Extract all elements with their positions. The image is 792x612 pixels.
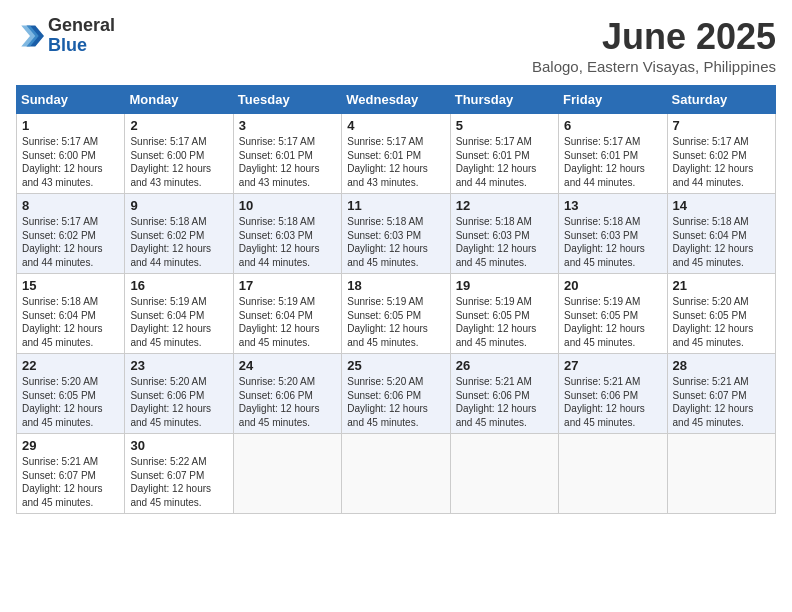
day-info: Sunrise: 5:20 AM Sunset: 6:06 PM Dayligh…	[239, 375, 336, 429]
day-number: 12	[456, 198, 553, 213]
calendar-week-row: 15Sunrise: 5:18 AM Sunset: 6:04 PM Dayli…	[17, 274, 776, 354]
day-number: 22	[22, 358, 119, 373]
day-number: 2	[130, 118, 227, 133]
day-info: Sunrise: 5:20 AM Sunset: 6:05 PM Dayligh…	[22, 375, 119, 429]
calendar-cell: 27Sunrise: 5:21 AM Sunset: 6:06 PM Dayli…	[559, 354, 667, 434]
day-number: 5	[456, 118, 553, 133]
day-number: 9	[130, 198, 227, 213]
calendar-cell: 9Sunrise: 5:18 AM Sunset: 6:02 PM Daylig…	[125, 194, 233, 274]
calendar-cell: 12Sunrise: 5:18 AM Sunset: 6:03 PM Dayli…	[450, 194, 558, 274]
title-area: June 2025 Balogo, Eastern Visayas, Phili…	[532, 16, 776, 75]
day-info: Sunrise: 5:20 AM Sunset: 6:05 PM Dayligh…	[673, 295, 770, 349]
col-monday: Monday	[125, 86, 233, 114]
day-number: 15	[22, 278, 119, 293]
day-number: 6	[564, 118, 661, 133]
logo-general: General	[48, 16, 115, 36]
day-info: Sunrise: 5:18 AM Sunset: 6:03 PM Dayligh…	[456, 215, 553, 269]
day-info: Sunrise: 5:21 AM Sunset: 6:06 PM Dayligh…	[564, 375, 661, 429]
day-number: 16	[130, 278, 227, 293]
calendar-week-row: 8Sunrise: 5:17 AM Sunset: 6:02 PM Daylig…	[17, 194, 776, 274]
day-number: 30	[130, 438, 227, 453]
calendar-table: Sunday Monday Tuesday Wednesday Thursday…	[16, 85, 776, 514]
day-info: Sunrise: 5:17 AM Sunset: 6:01 PM Dayligh…	[456, 135, 553, 189]
day-info: Sunrise: 5:17 AM Sunset: 6:00 PM Dayligh…	[22, 135, 119, 189]
calendar-cell: 20Sunrise: 5:19 AM Sunset: 6:05 PM Dayli…	[559, 274, 667, 354]
col-tuesday: Tuesday	[233, 86, 341, 114]
logo-blue: Blue	[48, 36, 115, 56]
calendar-cell: 17Sunrise: 5:19 AM Sunset: 6:04 PM Dayli…	[233, 274, 341, 354]
day-info: Sunrise: 5:20 AM Sunset: 6:06 PM Dayligh…	[347, 375, 444, 429]
day-number: 10	[239, 198, 336, 213]
day-info: Sunrise: 5:20 AM Sunset: 6:06 PM Dayligh…	[130, 375, 227, 429]
day-number: 13	[564, 198, 661, 213]
col-wednesday: Wednesday	[342, 86, 450, 114]
calendar-week-row: 29Sunrise: 5:21 AM Sunset: 6:07 PM Dayli…	[17, 434, 776, 514]
day-info: Sunrise: 5:17 AM Sunset: 6:00 PM Dayligh…	[130, 135, 227, 189]
calendar-cell: 13Sunrise: 5:18 AM Sunset: 6:03 PM Dayli…	[559, 194, 667, 274]
day-number: 1	[22, 118, 119, 133]
col-thursday: Thursday	[450, 86, 558, 114]
calendar-cell: 16Sunrise: 5:19 AM Sunset: 6:04 PM Dayli…	[125, 274, 233, 354]
day-info: Sunrise: 5:17 AM Sunset: 6:01 PM Dayligh…	[347, 135, 444, 189]
col-friday: Friday	[559, 86, 667, 114]
calendar-title: June 2025	[532, 16, 776, 58]
day-number: 17	[239, 278, 336, 293]
day-number: 19	[456, 278, 553, 293]
calendar-cell	[342, 434, 450, 514]
day-number: 8	[22, 198, 119, 213]
col-sunday: Sunday	[17, 86, 125, 114]
page-header: General Blue June 2025 Balogo, Eastern V…	[16, 16, 776, 75]
day-number: 24	[239, 358, 336, 373]
logo-text: General Blue	[48, 16, 115, 56]
calendar-cell: 28Sunrise: 5:21 AM Sunset: 6:07 PM Dayli…	[667, 354, 775, 434]
calendar-cell: 19Sunrise: 5:19 AM Sunset: 6:05 PM Dayli…	[450, 274, 558, 354]
day-info: Sunrise: 5:19 AM Sunset: 6:05 PM Dayligh…	[564, 295, 661, 349]
calendar-cell: 26Sunrise: 5:21 AM Sunset: 6:06 PM Dayli…	[450, 354, 558, 434]
calendar-cell: 5Sunrise: 5:17 AM Sunset: 6:01 PM Daylig…	[450, 114, 558, 194]
day-info: Sunrise: 5:18 AM Sunset: 6:03 PM Dayligh…	[347, 215, 444, 269]
calendar-cell: 24Sunrise: 5:20 AM Sunset: 6:06 PM Dayli…	[233, 354, 341, 434]
calendar-cell: 6Sunrise: 5:17 AM Sunset: 6:01 PM Daylig…	[559, 114, 667, 194]
day-info: Sunrise: 5:17 AM Sunset: 6:01 PM Dayligh…	[239, 135, 336, 189]
calendar-cell: 23Sunrise: 5:20 AM Sunset: 6:06 PM Dayli…	[125, 354, 233, 434]
day-info: Sunrise: 5:18 AM Sunset: 6:04 PM Dayligh…	[22, 295, 119, 349]
calendar-cell: 21Sunrise: 5:20 AM Sunset: 6:05 PM Dayli…	[667, 274, 775, 354]
day-info: Sunrise: 5:19 AM Sunset: 6:05 PM Dayligh…	[456, 295, 553, 349]
day-number: 20	[564, 278, 661, 293]
calendar-cell: 25Sunrise: 5:20 AM Sunset: 6:06 PM Dayli…	[342, 354, 450, 434]
calendar-subtitle: Balogo, Eastern Visayas, Philippines	[532, 58, 776, 75]
logo: General Blue	[16, 16, 115, 56]
col-saturday: Saturday	[667, 86, 775, 114]
day-number: 29	[22, 438, 119, 453]
calendar-week-row: 1Sunrise: 5:17 AM Sunset: 6:00 PM Daylig…	[17, 114, 776, 194]
day-info: Sunrise: 5:18 AM Sunset: 6:04 PM Dayligh…	[673, 215, 770, 269]
day-number: 3	[239, 118, 336, 133]
day-info: Sunrise: 5:19 AM Sunset: 6:04 PM Dayligh…	[239, 295, 336, 349]
calendar-cell: 3Sunrise: 5:17 AM Sunset: 6:01 PM Daylig…	[233, 114, 341, 194]
calendar-week-row: 22Sunrise: 5:20 AM Sunset: 6:05 PM Dayli…	[17, 354, 776, 434]
day-number: 18	[347, 278, 444, 293]
day-info: Sunrise: 5:19 AM Sunset: 6:05 PM Dayligh…	[347, 295, 444, 349]
calendar-cell: 22Sunrise: 5:20 AM Sunset: 6:05 PM Dayli…	[17, 354, 125, 434]
calendar-cell: 1Sunrise: 5:17 AM Sunset: 6:00 PM Daylig…	[17, 114, 125, 194]
day-info: Sunrise: 5:19 AM Sunset: 6:04 PM Dayligh…	[130, 295, 227, 349]
calendar-cell	[559, 434, 667, 514]
day-number: 4	[347, 118, 444, 133]
logo-icon	[16, 22, 44, 50]
calendar-cell: 14Sunrise: 5:18 AM Sunset: 6:04 PM Dayli…	[667, 194, 775, 274]
day-info: Sunrise: 5:21 AM Sunset: 6:07 PM Dayligh…	[22, 455, 119, 509]
calendar-cell: 18Sunrise: 5:19 AM Sunset: 6:05 PM Dayli…	[342, 274, 450, 354]
day-number: 26	[456, 358, 553, 373]
day-info: Sunrise: 5:18 AM Sunset: 6:02 PM Dayligh…	[130, 215, 227, 269]
calendar-cell: 11Sunrise: 5:18 AM Sunset: 6:03 PM Dayli…	[342, 194, 450, 274]
day-info: Sunrise: 5:17 AM Sunset: 6:01 PM Dayligh…	[564, 135, 661, 189]
calendar-cell: 30Sunrise: 5:22 AM Sunset: 6:07 PM Dayli…	[125, 434, 233, 514]
day-number: 21	[673, 278, 770, 293]
day-info: Sunrise: 5:17 AM Sunset: 6:02 PM Dayligh…	[22, 215, 119, 269]
day-info: Sunrise: 5:21 AM Sunset: 6:06 PM Dayligh…	[456, 375, 553, 429]
day-info: Sunrise: 5:18 AM Sunset: 6:03 PM Dayligh…	[239, 215, 336, 269]
day-number: 28	[673, 358, 770, 373]
calendar-cell: 4Sunrise: 5:17 AM Sunset: 6:01 PM Daylig…	[342, 114, 450, 194]
calendar-cell	[450, 434, 558, 514]
calendar-cell: 7Sunrise: 5:17 AM Sunset: 6:02 PM Daylig…	[667, 114, 775, 194]
